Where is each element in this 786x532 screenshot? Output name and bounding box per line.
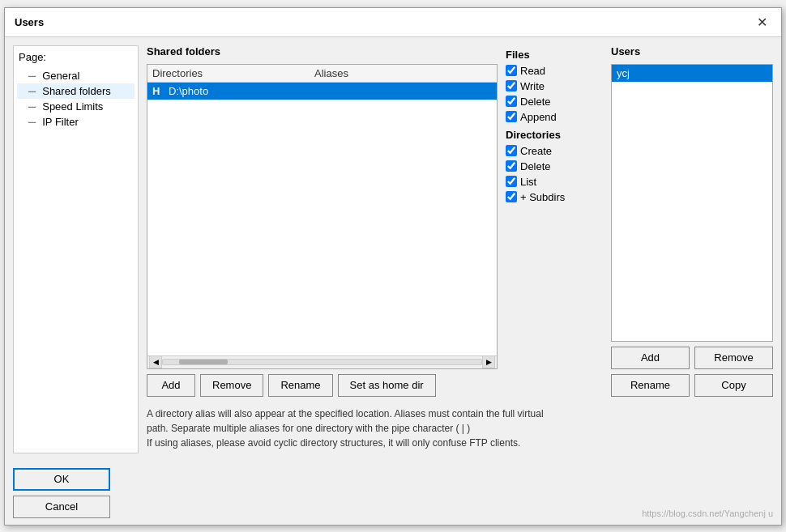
users-list: ycj xyxy=(611,64,773,342)
dirs-title: Directories xyxy=(506,129,603,141)
perm-delete: Delete xyxy=(506,95,603,109)
shared-folders-buttons: Add Remove Rename Set as home dir xyxy=(147,374,498,397)
users-title: Users xyxy=(611,45,773,57)
perm-subdirs: + Subdirs xyxy=(506,190,603,204)
table-header: Directories Aliases xyxy=(147,65,497,83)
perm-create-checkbox[interactable] xyxy=(506,145,517,156)
sidebar-item-ip-label: IP Filter xyxy=(42,116,79,128)
perm-list: List xyxy=(506,175,603,189)
sidebar-dash-general: ─ xyxy=(28,70,36,82)
perm-dir-delete: Delete xyxy=(506,160,603,173)
perm-write-label: Write xyxy=(520,80,545,92)
row-flag: H xyxy=(152,85,164,97)
files-title: Files xyxy=(506,49,603,61)
perm-list-checkbox[interactable] xyxy=(506,176,517,187)
sidebar-dash-speed: ─ xyxy=(28,100,36,113)
title-bar: Users ✕ xyxy=(5,8,781,37)
rename-directory-button[interactable]: Rename xyxy=(268,374,332,397)
perm-append-label: Append xyxy=(520,111,557,123)
sidebar-item-general[interactable]: ─ General xyxy=(17,68,135,83)
perm-append: Append xyxy=(506,110,603,124)
sidebar-item-speed-limits[interactable]: ─ Speed Limits xyxy=(17,99,135,114)
scrollbar-track xyxy=(162,359,482,365)
scrollbar-thumb xyxy=(179,360,228,364)
sidebar-dash-shared: ─ xyxy=(28,85,36,97)
perm-delete-checkbox[interactable] xyxy=(506,96,517,107)
table-row[interactable]: H D:\photo xyxy=(147,83,497,100)
row-path: D:\photo xyxy=(169,85,492,97)
col-directories: Directories xyxy=(152,67,314,79)
perm-list-label: List xyxy=(520,176,536,188)
top-section: Shared folders Directories Aliases H D:\… xyxy=(147,45,773,397)
sidebar-item-general-label: General xyxy=(42,70,79,82)
perm-subdirs-checkbox[interactable] xyxy=(506,191,517,202)
ok-button[interactable]: OK xyxy=(13,468,110,491)
user-item-ycj[interactable]: ycj xyxy=(612,65,772,82)
perm-create: Create xyxy=(506,144,603,158)
sidebar-dash-ip: ─ xyxy=(28,116,36,128)
perm-read-checkbox[interactable] xyxy=(506,65,517,76)
info-section: A directory alias will also appear at th… xyxy=(147,403,773,453)
scroll-left-arrow[interactable]: ◀ xyxy=(149,355,162,368)
watermark: https://blog.csdn.net/Yangchenj u xyxy=(642,509,773,518)
dialog-title: Users xyxy=(15,16,44,28)
set-as-home-button[interactable]: Set as home dir xyxy=(338,374,436,397)
info-line3: If using aliases, please avoid cyclic di… xyxy=(147,436,773,450)
users-add-remove-buttons: Add Remove xyxy=(611,347,773,369)
add-directory-button[interactable]: Add xyxy=(147,374,195,397)
perm-read: Read xyxy=(506,64,603,78)
copy-user-button[interactable]: Copy xyxy=(694,374,773,397)
main-content: Shared folders Directories Aliases H D:\… xyxy=(147,45,773,453)
perm-subdirs-label: + Subdirs xyxy=(520,191,565,203)
directory-table: Directories Aliases H D:\photo ◀ xyxy=(147,64,498,369)
sidebar-item-shared-folders[interactable]: ─ Shared folders xyxy=(17,83,135,99)
remove-user-button[interactable]: Remove xyxy=(694,347,773,369)
rename-user-button[interactable]: Rename xyxy=(611,374,690,397)
perm-write-checkbox[interactable] xyxy=(506,80,517,92)
info-line2: path. Separate multiple aliases for one … xyxy=(147,421,773,436)
perm-append-checkbox[interactable] xyxy=(506,111,517,122)
add-user-button[interactable]: Add xyxy=(611,347,690,369)
dialog: Users ✕ Page: ─ General ─ Shared folders… xyxy=(4,7,782,526)
users-panel: Users ycj Add Remove Rename Copy xyxy=(611,45,773,397)
info-line1: A directory alias will also appear at th… xyxy=(147,406,773,421)
users-rename-copy-buttons: Rename Copy xyxy=(611,374,773,397)
shared-folders-panel: Shared folders Directories Aliases H D:\… xyxy=(147,45,498,397)
sidebar-label: Page: xyxy=(17,51,135,63)
shared-folders-title: Shared folders xyxy=(147,45,498,57)
dialog-body: Page: ─ General ─ Shared folders ─ Speed… xyxy=(5,37,781,462)
sidebar-item-shared-label: Shared folders xyxy=(42,85,111,97)
perm-write: Write xyxy=(506,79,603,93)
table-scrollbar: ◀ ▶ xyxy=(147,355,497,368)
scroll-right-arrow[interactable]: ▶ xyxy=(482,355,495,368)
sidebar: Page: ─ General ─ Shared folders ─ Speed… xyxy=(13,45,139,453)
col-aliases: Aliases xyxy=(314,67,348,79)
perm-create-label: Create xyxy=(520,145,552,157)
permissions-panel: Files Read Write Delete xyxy=(506,45,603,397)
info-line2-text: path. Separate multiple aliases for one … xyxy=(147,423,470,434)
perm-delete-label: Delete xyxy=(520,96,551,108)
user-name-ycj: ycj xyxy=(617,67,630,79)
sidebar-item-ip-filter[interactable]: ─ IP Filter xyxy=(17,114,135,130)
perm-read-label: Read xyxy=(520,65,545,77)
remove-directory-button[interactable]: Remove xyxy=(200,374,263,397)
table-body: H D:\photo xyxy=(147,83,497,355)
perm-dir-delete-label: Delete xyxy=(520,160,551,172)
perm-dir-delete-checkbox[interactable] xyxy=(506,160,517,172)
close-button[interactable]: ✕ xyxy=(752,12,771,32)
sidebar-item-speed-label: Speed Limits xyxy=(42,100,103,113)
cancel-button[interactable]: Cancel xyxy=(13,496,110,518)
